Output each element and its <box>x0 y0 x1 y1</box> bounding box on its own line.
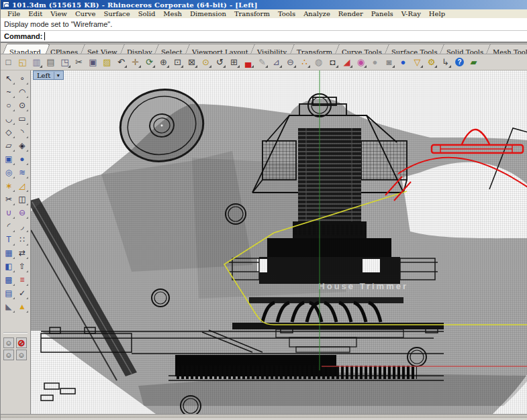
menu-item-transform[interactable]: Transform <box>230 9 274 18</box>
copy-icon[interactable]: ▣ <box>87 56 99 68</box>
menu-item-surface[interactable]: Surface <box>99 9 134 18</box>
undo-icon[interactable]: ↶ <box>115 56 128 68</box>
surface-icon[interactable]: ▱ <box>2 139 15 152</box>
curve-icon[interactable]: ~ <box>2 85 15 99</box>
open-file-icon[interactable]: ◱ <box>16 56 29 68</box>
viewport-dropdown-icon[interactable]: ▼ <box>54 73 62 78</box>
menu-item-view[interactable]: View <box>46 9 71 18</box>
ghosted-sphere-icon[interactable]: ◙ <box>383 56 395 68</box>
print-icon[interactable]: ▤ <box>44 56 57 68</box>
group-icon[interactable]: ▦ <box>2 246 15 260</box>
measure-icon[interactable]: ⊿ <box>270 56 283 68</box>
vray-material-2-icon[interactable]: ☺ <box>16 350 27 360</box>
menu-item-dimension[interactable]: Dimension <box>186 9 230 18</box>
undo-view-change-icon[interactable]: ↺ <box>213 56 226 68</box>
menu-item-file[interactable]: File <box>3 9 24 18</box>
cone-icon[interactable]: ◣ <box>2 300 15 313</box>
layers-copy-icon[interactable]: ▤ <box>2 286 15 300</box>
split-icon[interactable]: ◫ <box>15 193 29 206</box>
rectangle-icon[interactable]: ▭ <box>15 112 29 125</box>
history-path-icon[interactable]: ↳ <box>439 56 452 68</box>
zoom-selected-icon[interactable]: ⊙ <box>199 56 212 68</box>
grid-array-icon[interactable]: ▩ <box>2 273 15 286</box>
menu-item-render[interactable]: Render <box>334 9 367 18</box>
patch-surface-icon[interactable]: ◈ <box>15 139 29 152</box>
torus-icon[interactable]: ◎ <box>2 166 15 179</box>
save-file-icon[interactable]: ▥ <box>30 56 43 68</box>
extract-surface-icon[interactable]: ◿ <box>15 179 29 193</box>
tab-standard[interactable]: Standard <box>3 44 50 54</box>
arc-icon[interactable]: ◡ <box>2 112 15 125</box>
deform-surface-icon[interactable]: ≋ <box>15 166 29 179</box>
options-gears-icon[interactable]: ⚙ <box>425 56 438 68</box>
point-icon[interactable]: ∘ <box>15 72 29 85</box>
circle-icon[interactable]: ○ <box>2 99 15 112</box>
shaded-sphere-icon[interactable]: ● <box>369 56 381 68</box>
vray-render-off-icon[interactable]: ☺⊘ <box>16 337 27 348</box>
menu-item-panels[interactable]: Panels <box>367 9 397 18</box>
vray-material-1-icon[interactable]: ☺ <box>3 350 14 360</box>
rhino-app-icon[interactable] <box>3 1 9 8</box>
vray-render-view-icon[interactable]: ☺ <box>3 337 14 348</box>
menu-item-edit[interactable]: Edit <box>24 9 46 18</box>
pan-view-icon[interactable]: ✛ <box>129 56 142 68</box>
new-file-icon[interactable]: □ <box>2 56 15 68</box>
cut-icon[interactable]: ✂ <box>73 56 85 68</box>
zoom-extents-icon[interactable]: ⊠ <box>185 56 198 68</box>
tab-mesh-tools[interactable]: Mesh Tools <box>486 44 527 54</box>
linear-array-icon[interactable]: ≡ <box>15 273 29 286</box>
zoom-window-icon[interactable]: ⊡ <box>171 56 184 68</box>
circle-center-icon[interactable]: ⊖ <box>284 56 297 68</box>
viewport-title-tab[interactable]: Left ▼ <box>33 70 64 80</box>
explode-icon[interactable]: ∗ <box>2 179 15 193</box>
tab-viewport-layout[interactable]: Viewport Layout <box>185 44 258 54</box>
export-icon[interactable]: ◳ <box>58 56 71 68</box>
menu-item-curve[interactable]: Curve <box>71 9 99 18</box>
lock-icon[interactable]: ◘ <box>326 56 339 68</box>
move-uvn-icon[interactable]: ∷ <box>15 233 29 246</box>
point-arrange-icon[interactable]: ∴ <box>298 56 311 68</box>
control-point-curve-icon[interactable]: ◠ <box>15 85 29 99</box>
pointer-icon[interactable]: ↖ <box>2 72 15 85</box>
menu-item-help[interactable]: Help <box>425 9 449 18</box>
tab-transform[interactable]: Transform <box>290 44 342 54</box>
rotate-view-icon[interactable]: ⟳ <box>143 56 156 68</box>
grasshopper-icon[interactable]: ▰ <box>467 56 480 68</box>
trim-icon[interactable]: ✂ <box>2 193 15 206</box>
move-copy-icon[interactable]: ⇄ <box>15 246 29 260</box>
sphere-icon[interactable]: ● <box>15 152 29 166</box>
ellipse-icon[interactable]: ⊙ <box>15 99 29 112</box>
color-wheel-icon[interactable]: ◉ <box>354 56 367 68</box>
tab-solid-tools[interactable]: Solid Tools <box>440 44 493 54</box>
menu-item-mesh[interactable]: Mesh <box>159 9 186 18</box>
lamp-icon[interactable]: ◍ <box>312 56 325 68</box>
rendered-sphere-icon[interactable]: ● <box>397 56 410 68</box>
zoom-dynamic-icon[interactable]: ⊕ <box>157 56 170 68</box>
box-icon[interactable]: ▣ <box>2 152 15 166</box>
viewport-canvas[interactable]: Left ▼ <box>31 70 527 414</box>
viewport-layout-icon[interactable]: ⊞ <box>228 56 240 68</box>
help-icon[interactable]: ? <box>453 56 466 68</box>
surface-box-icon[interactable]: ◧ <box>2 260 15 273</box>
tab-curve-tools[interactable]: Curve Tools <box>335 44 391 54</box>
boolean-union-icon[interactable]: ∪ <box>2 206 15 219</box>
layer-wedge-icon[interactable]: ◢ <box>340 56 353 68</box>
polygon-icon[interactable]: ◇ <box>2 125 15 139</box>
blend-curve-icon[interactable]: ◜ <box>2 219 15 233</box>
adjust-blend-icon[interactable]: ◞ <box>15 219 29 233</box>
car-icon[interactable]: ▄ <box>242 56 254 68</box>
menu-item-vray[interactable]: V-Ray <box>397 9 425 18</box>
command-line[interactable]: Command: <box>1 31 527 43</box>
pyramid-icon[interactable]: ▲ <box>15 300 29 313</box>
boolean-difference-icon[interactable]: ⊖ <box>15 206 29 219</box>
filter-funnel-icon[interactable]: ▽ <box>411 56 424 68</box>
extrude-icon[interactable]: ⇧ <box>15 260 29 273</box>
menu-item-solid[interactable]: Solid <box>134 9 160 18</box>
menu-item-analyze[interactable]: Analyze <box>299 9 334 18</box>
tab-set-view[interactable]: Set View <box>81 44 127 54</box>
sketch-icon[interactable]: ✎ <box>256 56 269 68</box>
check-mark-icon[interactable]: ✓ <box>15 286 29 300</box>
text-icon[interactable]: T <box>2 233 15 246</box>
tab-surface-tools[interactable]: Surface Tools <box>385 44 447 54</box>
curve-fillet-icon[interactable]: ◝ <box>15 125 29 139</box>
